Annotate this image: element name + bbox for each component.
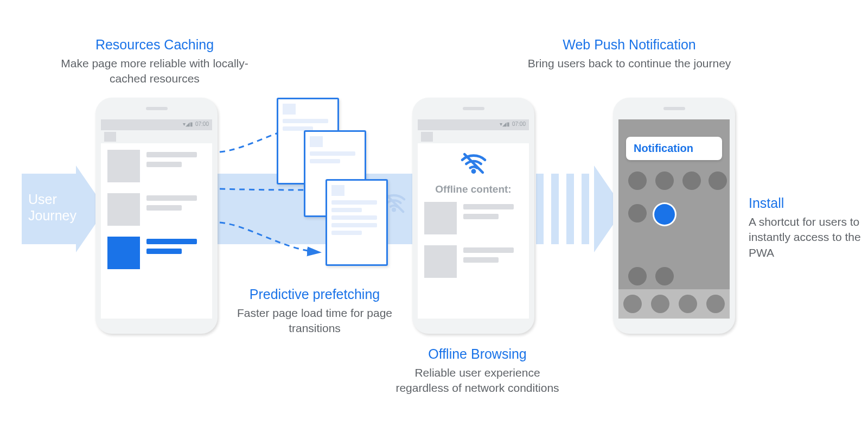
app-icon — [655, 267, 674, 285]
app-icon — [628, 204, 647, 222]
caching-label: Resources Caching Make page more reliabl… — [54, 37, 255, 87]
flow-arrow-label: UserJourney — [28, 191, 76, 224]
svg-point-0 — [393, 209, 395, 211]
notification-banner: Notification — [626, 137, 722, 160]
list-item — [107, 150, 206, 182]
push-sub: Bring users back to continue the journey — [526, 56, 732, 71]
phone-caching: ▾◢▮07:00 — [95, 98, 218, 334]
push-label: Web Push Notification Bring users back t… — [526, 37, 732, 71]
caching-sub: Make page more reliable with locally-cac… — [54, 56, 255, 87]
offline-title: Offline Browsing — [391, 346, 564, 362]
statusbar: ▾◢▮07:00 — [101, 119, 212, 130]
prefetch-title: Predictive prefetching — [225, 287, 404, 302]
prefetch-sub: Faster page load time for page transitio… — [225, 306, 404, 336]
flow-arrow-gap — [536, 174, 589, 244]
push-title: Web Push Notification — [526, 37, 732, 53]
app-icon — [628, 171, 647, 190]
prefetch-card — [326, 179, 388, 266]
phone-offline: ▾◢▮07:00 Offline content: — [412, 98, 534, 334]
app-icon — [682, 171, 701, 190]
list-item — [424, 245, 522, 278]
app-icon-grid — [628, 171, 720, 285]
install-sub: A shortcut for users to instantly access… — [749, 214, 863, 260]
svg-point-2 — [472, 170, 474, 173]
install-label: Install A shortcut for users to instantl… — [749, 195, 863, 260]
offline-content-heading: Offline content: — [424, 181, 522, 202]
list-item — [107, 193, 206, 226]
dock — [618, 289, 730, 319]
install-title: Install — [749, 195, 863, 211]
caching-title: Resources Caching — [54, 37, 255, 53]
app-icon — [709, 171, 727, 190]
prefetch-label: Predictive prefetching Faster page load … — [225, 287, 404, 336]
pwa-app-icon — [654, 204, 675, 225]
offline-sub: Reliable user experience regardless of n… — [391, 365, 564, 396]
prefetch-arrow-3 — [217, 217, 326, 260]
wifi-off-icon — [424, 152, 522, 177]
app-icon — [655, 171, 674, 190]
offline-label: Offline Browsing Reliable user experienc… — [391, 346, 564, 396]
list-item-highlighted — [107, 237, 206, 269]
list-item — [424, 202, 522, 234]
app-icon — [628, 267, 647, 285]
phone-homescreen: Notification — [613, 98, 735, 334]
